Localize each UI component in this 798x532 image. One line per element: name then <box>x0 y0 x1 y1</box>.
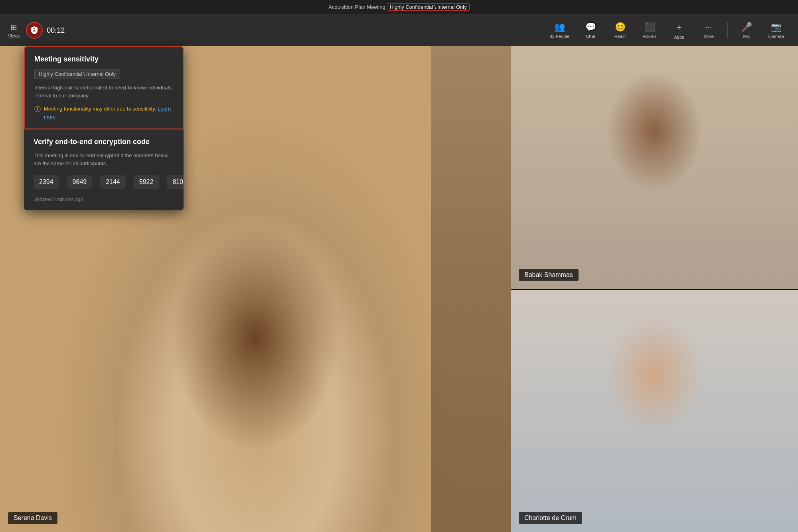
chat-icon: 💬 <box>585 22 596 32</box>
people-icon: 👥 <box>554 22 565 32</box>
toolbar-right: 👥 83 People 💬 Chat 😊 React ⬛ Rooms ＋ App… <box>544 18 790 43</box>
video-background-babak <box>511 46 798 289</box>
react-label: React <box>614 34 626 39</box>
sensitivity-warning: ⓘ Meeting functionality may differ due t… <box>34 105 173 121</box>
sensitivity-button[interactable] <box>26 22 43 39</box>
charlotte-name-tag: Charlotte de Crum <box>519 512 582 524</box>
apps-label: Apps <box>674 35 684 40</box>
sensitivity-badge: Highly Confidential \ Internal Only <box>34 69 120 79</box>
sensitivity-section: Meeting sensitivity Highly Confidential … <box>24 46 184 129</box>
mic-label: Mic <box>743 34 750 39</box>
toolbar: ⊞ Views 00:12 👥 83 People 💬 Chat 😊 React <box>0 14 798 46</box>
shield-lock-icon <box>30 26 39 35</box>
sensitivity-title-badge: Highly Confidential \ Internal Only <box>387 3 470 11</box>
encryption-section: Verify end-to-end encryption code This m… <box>24 129 184 210</box>
encryption-code: 2394 <box>34 175 59 189</box>
toolbar-divider <box>727 22 728 38</box>
rooms-icon: ⬛ <box>644 22 655 32</box>
mic-button[interactable]: 🎤 Mic <box>733 19 760 42</box>
more-icon: ··· <box>705 22 712 32</box>
more-label: More <box>703 34 713 39</box>
meeting-title-prefix: Acquisition Plan Meeting <box>328 4 385 10</box>
toolbar-left: ⊞ Views 00:12 <box>8 22 65 39</box>
encryption-code: 2144 <box>100 175 126 189</box>
rooms-button[interactable]: ⬛ Rooms <box>636 19 664 42</box>
babak-participant-name: Babak Shammas <box>524 271 573 278</box>
grid-icon: ⊞ <box>10 22 17 32</box>
react-icon: 😊 <box>615 22 626 32</box>
video-background-charlotte <box>511 290 798 532</box>
mic-icon: 🎤 <box>741 22 752 32</box>
warning-message: Meeting functionality may differ due to … <box>44 106 156 112</box>
encryption-code: 8103 <box>167 175 184 189</box>
camera-icon: 📷 <box>771 22 782 32</box>
encryption-codes: 23949849214459228103 <box>34 175 174 189</box>
encryption-code: 5922 <box>134 175 159 189</box>
meeting-timer: 00:12 <box>47 26 65 35</box>
charlotte-participant-name: Charlotte de Crum <box>524 514 577 521</box>
main-participant-name: Serena Davis <box>14 514 52 521</box>
sensitivity-section-title: Meeting sensitivity <box>34 55 173 63</box>
camera-label: Camera <box>768 34 784 39</box>
popup-panel: Meeting sensitivity Highly Confidential … <box>24 46 184 210</box>
encryption-section-title: Verify end-to-end encryption code <box>34 138 174 146</box>
info-icon: ⓘ <box>34 105 41 114</box>
more-button[interactable]: ··· More <box>695 19 723 42</box>
warning-text: Meeting functionality may differ due to … <box>44 105 173 121</box>
timer-area: 00:12 <box>26 22 65 39</box>
bookshelf-background <box>431 46 511 532</box>
people-label: 83 People <box>549 34 569 39</box>
encryption-code: 9849 <box>67 175 93 189</box>
views-button[interactable]: ⊞ Views <box>8 22 20 38</box>
rooms-label: Rooms <box>643 34 657 39</box>
main-participant-name-tag: Serena Davis <box>8 512 57 524</box>
camera-button[interactable]: 📷 Camera <box>762 19 790 42</box>
chat-button[interactable]: 💬 Chat <box>577 19 604 42</box>
title-bar: Acquisition Plan Meeting Highly Confiden… <box>0 0 798 14</box>
apps-icon: ＋ <box>675 21 683 33</box>
views-label: Views <box>8 34 20 38</box>
chat-label: Chat <box>586 34 595 39</box>
bottom-right-video: Charlotte de Crum <box>511 290 798 532</box>
apps-button[interactable]: ＋ Apps <box>665 18 693 43</box>
react-button[interactable]: 😊 React <box>606 19 634 42</box>
sensitivity-description: Internal high-risk secrets limited to ne… <box>34 84 173 99</box>
right-panel: Babak Shammas Charlotte de Crum <box>511 46 798 532</box>
updated-timestamp: Updated 2 minutes ago <box>34 197 174 202</box>
babak-name-tag: Babak Shammas <box>519 269 579 281</box>
encryption-description: This meeting is end-to-end encrypted if … <box>34 152 174 167</box>
people-button[interactable]: 👥 83 People <box>544 19 575 42</box>
top-right-video: Babak Shammas <box>511 46 798 289</box>
